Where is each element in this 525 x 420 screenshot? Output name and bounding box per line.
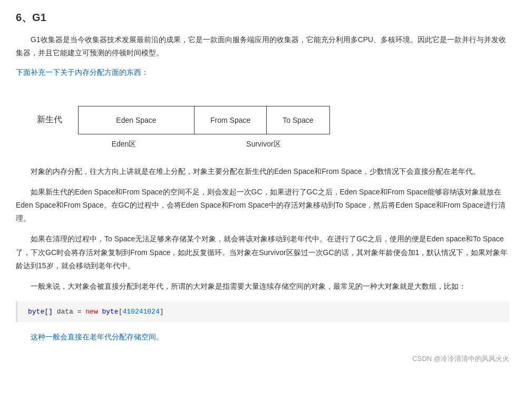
code-type: byte[] [28,308,53,316]
code-type2: byte [102,308,118,316]
code-var: data [57,308,77,316]
code-equals: = [77,308,86,316]
footer: CSDN @冷冷清清中的风风火火 [16,354,509,364]
body-paragraph-1: 对象的内存分配，往大方向上讲就是在堆上分配，对象主要分配在新生代的Eden Sp… [16,165,509,178]
code-bracket-open: [ [119,308,123,316]
code-bracket-close: ] [160,308,164,316]
diagram-labels: Eden区 Survivor区 [16,140,509,149]
code-keyword: new [85,308,98,316]
from-space-box: From Space [195,106,267,134]
conclusion-text: 这种一般会直接在老年代分配存储空间。 [16,330,509,344]
section-title: 6、G1 [16,11,509,25]
eden-space-box: Eden Space [79,106,195,134]
survivor-zone-label: Survivor区 [211,140,316,149]
memory-diagram: 新生代 Eden Space From Space To Space [16,106,509,134]
blue-link-text: 下面补充一下关于内存分配方面的东西： [16,66,509,79]
body-paragraph-4: 一般来说，大对象会被直接分配到老年代，所谓的大对象是指需要大量连续存储空间的对象… [16,280,509,293]
body-paragraph-2: 如果新生代的Eden Space和From Space的空间不足，则会发起一次G… [16,185,509,226]
body-paragraph-3: 如果在清理的过程中，To Space无法足够来存储某个对象，就会将该对象移动到老… [16,232,509,272]
heap-boxes-container: Eden Space From Space To Space [78,106,330,134]
generation-label: 新生代 [37,114,62,125]
eden-zone-label: Eden区 [37,140,211,149]
code-number: 410241024 [123,308,160,316]
to-space-box: To Space [267,106,329,134]
code-block: byte[] data = new byte[410241024] [16,301,509,322]
intro-paragraph: G1收集器是当今收集器技术发展最前沿的成果，它是一款面向服务端应用的收集器，它能… [16,33,509,60]
